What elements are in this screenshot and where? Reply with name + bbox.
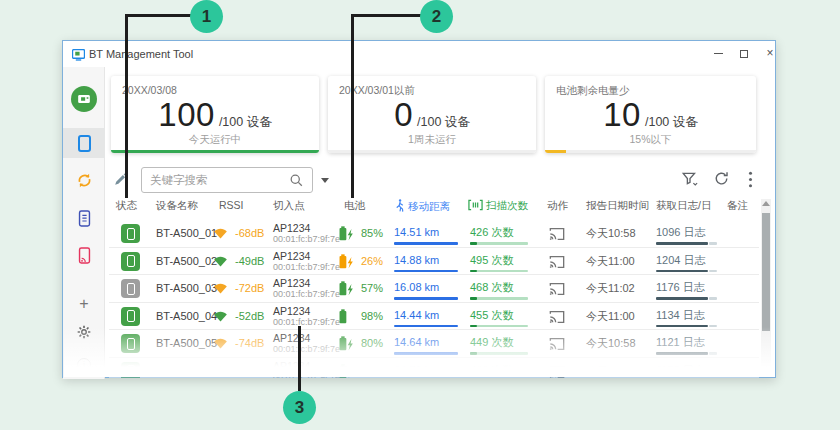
column-header-rssi[interactable]: RSSI (219, 199, 244, 211)
callout-bubble-2: 2 (420, 0, 453, 33)
battery-icon (337, 226, 355, 245)
card-progress-track (111, 150, 319, 153)
device-status-icon (121, 252, 140, 271)
column-header-report_time[interactable]: 报告日期时间 (586, 199, 649, 213)
battery-icon (337, 336, 355, 355)
search-input[interactable] (150, 169, 280, 191)
scan-count-bar (470, 325, 528, 328)
refresh-button[interactable] (713, 170, 730, 190)
table-row[interactable]: BT-A500_04-52dBAP123400:01:fc:b7:9f:7e98… (109, 303, 759, 331)
column-header-battery[interactable]: 电池 (344, 199, 365, 213)
distance-value: 16.08 km (394, 277, 439, 297)
scan-count-bar (470, 352, 528, 355)
scan-count-value: 449 次数 (470, 332, 513, 352)
callout-bubble-1: 1 (190, 0, 223, 33)
close-button[interactable]: × (759, 43, 781, 63)
sidebar-item-settings[interactable] (63, 319, 105, 349)
card-progress-track (328, 150, 536, 153)
battery-percent: 80% (361, 330, 383, 357)
battery-percent: 85% (361, 220, 383, 247)
column-header-remark[interactable]: 备注 (727, 199, 748, 213)
column-header-label: 切入点 (273, 199, 305, 211)
column-header-status[interactable]: 状态 (116, 199, 137, 213)
smartphone-glyph (127, 310, 135, 322)
card-subtitle: 1周未运行 (328, 133, 536, 147)
distance-value: 14.64 km (394, 332, 439, 352)
scan-count-value: 455 次数 (470, 305, 513, 325)
smartphone-glyph (127, 365, 135, 377)
logs-bar (656, 352, 708, 355)
logs-bar-tail (709, 242, 717, 245)
action-cell[interactable] (549, 227, 565, 244)
kebab-menu-button[interactable] (748, 171, 753, 191)
scrollbar-thumb[interactable] (762, 213, 770, 331)
scan-count-bar-fill (470, 242, 477, 245)
search-dropdown-button[interactable] (319, 174, 335, 188)
walk-icon (394, 199, 405, 214)
card-value-row: 0/100 设备 (328, 96, 536, 134)
distance-value: 14.72 km (394, 360, 439, 379)
minimize-icon (714, 53, 723, 54)
wifi-icon (213, 365, 228, 379)
sidebar-item-devices[interactable] (63, 128, 105, 158)
minimize-button[interactable] (707, 43, 729, 63)
sidebar-item-device-cast[interactable] (63, 242, 105, 272)
maximize-button[interactable] (733, 43, 755, 63)
column-header-name[interactable]: 设备名称 (156, 199, 198, 213)
sidebar-item-add[interactable]: + (63, 289, 105, 319)
distance-value: 14.44 km (394, 305, 439, 325)
distance-bar (394, 242, 458, 245)
filter-button[interactable] (681, 170, 699, 191)
sidebar-item-info[interactable]: i (63, 350, 105, 380)
card-low-battery: 电池剩余电量少 10/100 设备 15%以下 (545, 76, 756, 153)
logs-bar-tail (709, 270, 717, 273)
card-running-today: 20XX/03/08 100/100 设备 今天运行中 (111, 76, 319, 153)
card-subtitle: 15%以下 (545, 133, 756, 147)
column-header-label: 动作 (547, 199, 568, 211)
column-header-action[interactable]: 动作 (547, 199, 568, 213)
table-row[interactable]: BT-A500_06-70dBAP123400:01:fc:b7:9f:7e75… (109, 358, 759, 379)
table-row[interactable]: BT-A500_02-49dBAP123400:01:fc:b7:9f:7e26… (109, 248, 759, 276)
device-name: BT-A500_04 (156, 303, 217, 330)
wifi-icon (213, 310, 228, 324)
column-header-ap[interactable]: 切入点 (273, 199, 305, 213)
sidebar: + i (63, 67, 105, 379)
maximize-icon (740, 50, 748, 58)
sidebar-item-sync[interactable] (63, 167, 105, 197)
action-cell[interactable] (549, 255, 565, 272)
cast-icon (549, 286, 565, 298)
app-logo-icon (71, 86, 97, 112)
scan-count-bar-fill (470, 270, 477, 273)
column-header-logs[interactable]: 获取日志/日 (656, 199, 711, 213)
card-value: 10 (603, 96, 641, 133)
scan-count-bar (470, 270, 528, 273)
dropdown-caret-icon (321, 178, 329, 183)
page-background: BT Management Tool × (0, 0, 840, 430)
vertical-scrollbar[interactable] (761, 199, 771, 377)
action-cell[interactable] (549, 282, 565, 299)
cast-icon (549, 231, 565, 243)
card-suffix: /100 设备 (219, 115, 272, 129)
battery-percent: 98% (361, 303, 383, 330)
sidebar-item-device-report[interactable] (63, 205, 105, 235)
table-row[interactable]: BT-A500_05-74dBAP123400:01:fc:b7:9f:7e80… (109, 330, 759, 358)
card-progress-track (545, 150, 756, 153)
column-header-scans[interactable]: 扫描次数 (468, 199, 528, 213)
search-icon (289, 173, 304, 192)
scan-count-value: 440 次数 (470, 360, 513, 379)
column-header-distance[interactable]: 移动距离 (394, 199, 450, 214)
logs-bar (656, 270, 708, 273)
battery-percent: 75% (361, 358, 383, 379)
card-subtitle: 今天运行中 (111, 133, 319, 147)
action-cell[interactable] (549, 310, 565, 327)
sidebar-item-app-logo[interactable] (63, 84, 105, 114)
action-cell[interactable] (549, 337, 565, 354)
scan-count-bar-fill (470, 325, 477, 328)
callout-1-line-horizontal (125, 14, 192, 17)
report-datetime: 今天11:03 (586, 358, 635, 379)
table-row[interactable]: BT-A500_03-72dBAP123400:01:fc:b7:9f:7e57… (109, 275, 759, 303)
action-cell[interactable] (549, 365, 565, 379)
scan-count-value: 495 次数 (470, 250, 513, 270)
logs-value: 1204 日志 (656, 250, 706, 270)
table-row[interactable]: BT-A500_01-68dBAP123400:01:fc:b7:9f:7e85… (109, 220, 759, 248)
